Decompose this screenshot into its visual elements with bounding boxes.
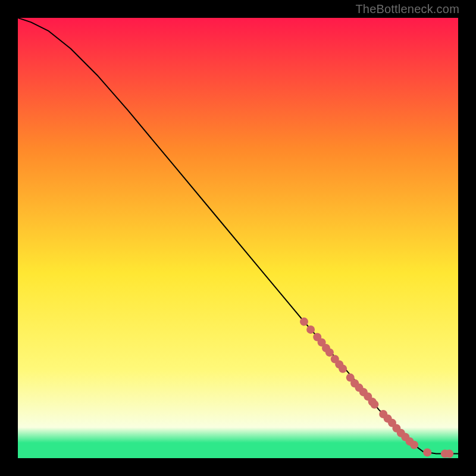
marker-point bbox=[410, 441, 418, 449]
chart-svg bbox=[18, 18, 458, 458]
gradient-background bbox=[18, 18, 458, 458]
marker-point bbox=[370, 400, 378, 409]
marker-point bbox=[306, 325, 315, 334]
marker-point bbox=[445, 450, 453, 458]
chart-frame: TheBottleneck.com bbox=[0, 0, 476, 476]
marker-point bbox=[339, 365, 347, 373]
marker-point bbox=[325, 348, 334, 356]
plot-area bbox=[18, 18, 458, 458]
marker-point bbox=[300, 318, 308, 326]
marker-point bbox=[423, 448, 431, 456]
attribution-label: TheBottleneck.com bbox=[355, 2, 459, 16]
